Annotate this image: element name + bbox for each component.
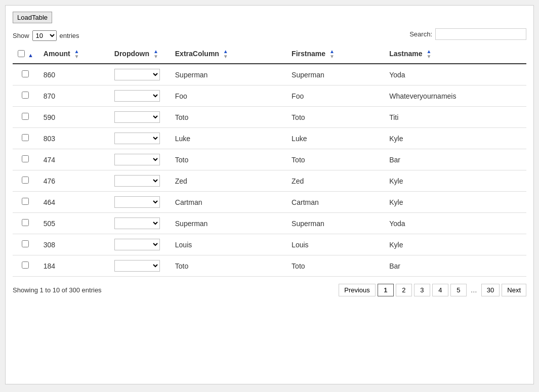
header-amount-label: Amount	[44, 50, 70, 58]
page-5[interactable]: 5	[450, 284, 467, 296]
amount-sort-arrows: ▲ ▼	[74, 49, 79, 59]
row-checkbox-7[interactable]	[22, 219, 29, 226]
row-amount: 184	[38, 255, 109, 277]
previous-button[interactable]: Previous	[339, 284, 376, 296]
row-extra-column: Foo	[170, 85, 286, 107]
row-amount: 803	[38, 128, 109, 149]
pagination: Previous 1 2 3 4 5 … 30 Next	[339, 284, 526, 296]
table-header-row: ▲ Amount ▲ ▼ Dropdown ▲ ▼	[13, 45, 526, 64]
row-checkbox-6[interactable]	[22, 198, 29, 205]
row-checkbox-9[interactable]	[22, 262, 29, 269]
table-row: 590TotoTotoTiti	[13, 107, 526, 128]
row-firstname: Toto	[286, 149, 384, 170]
main-container: LoadTable Show 10 25 50 100 entries Sear…	[5, 5, 534, 384]
header-checkbox[interactable]	[18, 50, 25, 57]
row-dropdown-5[interactable]	[114, 175, 160, 187]
row-checkbox-1[interactable]	[22, 92, 29, 99]
row-dropdown-8[interactable]	[114, 239, 160, 250]
sort-up-indicator: ▲	[28, 52, 33, 58]
row-firstname: Toto	[286, 107, 384, 128]
load-table-button[interactable]: LoadTable	[13, 12, 52, 23]
table-row: 474TotoTotoBar	[13, 149, 526, 170]
row-lastname: Kyle	[384, 128, 526, 149]
firstname-sort-arrows: ▲ ▼	[329, 49, 335, 59]
header-amount[interactable]: Amount ▲ ▼	[38, 45, 109, 64]
extra-sort-down: ▼	[223, 54, 228, 59]
show-entries: Show 10 25 50 100 entries	[13, 30, 79, 41]
row-dropdown-cell	[109, 128, 170, 149]
row-dropdown-cell	[109, 64, 170, 85]
row-amount: 464	[38, 192, 109, 213]
lastname-sort-down: ▼	[426, 54, 431, 59]
controls-row: Show 10 25 50 100 entries Search:	[13, 27, 526, 41]
row-checkbox-cell	[13, 192, 38, 213]
row-firstname: Zed	[286, 170, 384, 192]
row-dropdown-2[interactable]	[114, 111, 160, 123]
search-input[interactable]	[435, 28, 526, 40]
page-4[interactable]: 4	[432, 284, 448, 296]
row-amount: 870	[38, 85, 109, 107]
row-dropdown-cell	[109, 213, 170, 234]
header-extra-column[interactable]: ExtraColumn ▲ ▼	[170, 45, 286, 64]
table-row: 860SupermanSupermanYoda	[13, 64, 526, 85]
row-firstname: Superman	[286, 64, 384, 85]
row-extra-column: Luke	[170, 128, 286, 149]
row-dropdown-1[interactable]	[114, 90, 160, 102]
next-button[interactable]: Next	[502, 284, 526, 296]
header-lastname[interactable]: Lastname ▲ ▼	[384, 45, 526, 64]
table-row: 184TotoTotoBar	[13, 255, 526, 277]
page-2[interactable]: 2	[396, 284, 412, 296]
row-dropdown-9[interactable]	[114, 260, 160, 272]
row-firstname: Superman	[286, 213, 384, 234]
row-lastname: Yoda	[384, 64, 526, 85]
top-bar: LoadTable	[13, 12, 526, 23]
row-checkbox-2[interactable]	[22, 113, 29, 120]
page-30[interactable]: 30	[481, 284, 500, 296]
search-label: Search:	[409, 30, 432, 38]
table-row: 505SupermanSupermanYoda	[13, 213, 526, 234]
row-firstname: Louis	[286, 234, 384, 255]
row-dropdown-0[interactable]	[114, 69, 160, 80]
row-firstname: Foo	[286, 85, 384, 107]
entries-label: entries	[60, 32, 79, 39]
table-row: 308LouisLouisKyle	[13, 234, 526, 255]
extra-sort-arrows: ▲ ▼	[223, 49, 228, 59]
row-amount: 505	[38, 213, 109, 234]
page-1[interactable]: 1	[378, 284, 394, 296]
dropdown-sort-arrows: ▲ ▼	[153, 49, 158, 59]
page-3[interactable]: 3	[414, 284, 430, 296]
table-row: 476ZedZedKyle	[13, 170, 526, 192]
entries-select[interactable]: 10 25 50 100	[32, 30, 57, 41]
row-dropdown-4[interactable]	[114, 154, 160, 165]
show-label: Show	[13, 32, 29, 39]
row-firstname: Toto	[286, 255, 384, 277]
row-dropdown-3[interactable]	[114, 133, 160, 144]
ellipsis: …	[469, 284, 479, 296]
row-checkbox-0[interactable]	[22, 70, 29, 77]
row-checkbox-3[interactable]	[22, 134, 29, 141]
row-checkbox-cell	[13, 128, 38, 149]
header-dropdown[interactable]: Dropdown ▲ ▼	[109, 45, 170, 64]
row-extra-column: Toto	[170, 255, 286, 277]
header-firstname[interactable]: Firstname ▲ ▼	[286, 45, 384, 64]
table-row: 870FooFooWhateveryournameis	[13, 85, 526, 107]
row-checkbox-cell	[13, 255, 38, 277]
row-extra-column: Zed	[170, 170, 286, 192]
row-checkbox-4[interactable]	[22, 155, 29, 162]
row-checkbox-8[interactable]	[22, 240, 29, 247]
row-extra-column: Louis	[170, 234, 286, 255]
row-dropdown-7[interactable]	[114, 217, 160, 229]
row-checkbox-cell	[13, 213, 38, 234]
header-extra-column-label: ExtraColumn	[175, 50, 219, 58]
row-dropdown-6[interactable]	[114, 196, 160, 208]
row-dropdown-cell	[109, 85, 170, 107]
row-checkbox-5[interactable]	[22, 177, 29, 184]
row-lastname: Titi	[384, 107, 526, 128]
row-lastname: Yoda	[384, 213, 526, 234]
data-table: ▲ Amount ▲ ▼ Dropdown ▲ ▼	[13, 45, 526, 277]
row-dropdown-cell	[109, 192, 170, 213]
row-checkbox-cell	[13, 149, 38, 170]
row-dropdown-cell	[109, 107, 170, 128]
table-body: 860SupermanSupermanYoda870FooFooWhatever…	[13, 64, 526, 277]
table-row: 464CartmanCartmanKyle	[13, 192, 526, 213]
